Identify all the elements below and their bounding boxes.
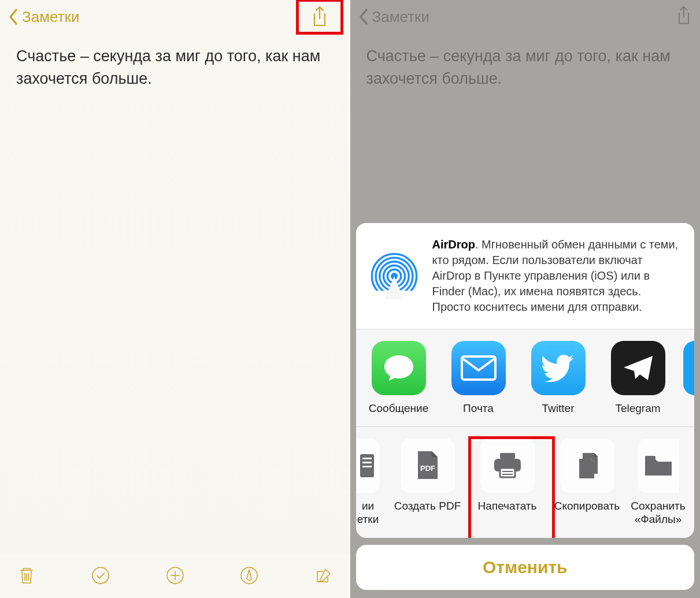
share-app-twitter[interactable]: Twitter: [524, 341, 593, 415]
copy-icon: [560, 439, 614, 493]
add-button[interactable]: [165, 565, 186, 586]
share-button[interactable]: [297, 0, 342, 34]
action-save-files[interactable]: Сохранить«Файлы»: [632, 439, 684, 526]
cancel-label: Отменить: [483, 558, 568, 577]
airdrop-section[interactable]: AirDrop. Мгновенный обмен данными с теми…: [356, 223, 695, 329]
printer-icon: [480, 439, 535, 493]
chevron-left-icon: [8, 8, 18, 25]
svg-rect-13: [362, 462, 372, 463]
share-app-more[interactable]: [683, 341, 695, 395]
share-sheet: AirDrop. Мгновенный обмен данными с теми…: [356, 223, 695, 590]
svg-point-0: [92, 567, 109, 584]
draw-button[interactable]: [239, 565, 260, 586]
pdf-icon: PDF: [401, 439, 455, 493]
note-content-dimmed: Счастье – секунда за миг до того, как на…: [350, 34, 701, 102]
chevron-left-icon: [358, 8, 369, 25]
plus-circle-icon: [165, 566, 185, 585]
action-label: ииетки: [357, 500, 379, 526]
compose-button[interactable]: [313, 565, 334, 586]
share-icon: [311, 6, 328, 28]
svg-rect-10: [462, 356, 495, 380]
share-icon: [676, 6, 692, 25]
action-copy[interactable]: Скопировать: [553, 439, 622, 512]
notes-app-screen: Заметки Счастье – секунда за миг до того…: [0, 0, 350, 598]
back-button-dimmed: Заметки: [358, 8, 429, 26]
action-label: Скопировать: [554, 500, 620, 512]
app-label: Почта: [463, 402, 494, 415]
app-label: Telegram: [615, 402, 660, 415]
twitter-icon: [531, 341, 586, 395]
action-label: Сохранить«Файлы»: [631, 500, 685, 526]
action-print[interactable]: Напечатать: [473, 439, 542, 512]
note-content[interactable]: Счастье – секунда за миг до того, как на…: [0, 34, 350, 553]
telegram-icon: [611, 341, 665, 395]
share-app-telegram[interactable]: Telegram: [603, 341, 673, 415]
share-button-dimmed: [676, 6, 692, 28]
share-sheet-screen: Заметки Счастье – секунда за миг до того…: [350, 0, 701, 598]
airdrop-text: AirDrop. Мгновенный обмен данными с теми…: [432, 237, 683, 315]
action-label: Создать PDF: [394, 500, 461, 512]
share-panel: AirDrop. Мгновенный обмен данными с теми…: [356, 223, 695, 538]
checklist-button[interactable]: [90, 565, 111, 586]
back-label-dimmed: Заметки: [372, 8, 429, 26]
folder-icon: [638, 439, 679, 493]
action-create-pdf[interactable]: PDF Создать PDF: [393, 439, 462, 512]
svg-rect-14: [362, 466, 372, 467]
action-label: Напечатать: [478, 500, 537, 512]
back-button[interactable]: Заметки: [8, 8, 79, 26]
cancel-button[interactable]: Отменить: [356, 545, 695, 590]
delete-button[interactable]: [16, 565, 37, 586]
nav-bar: Заметки: [0, 0, 350, 34]
app-label: Сообщение: [369, 402, 428, 415]
airdrop-icon: [370, 252, 418, 300]
share-app-mail[interactable]: Почта: [444, 341, 513, 415]
action-partial-left[interactable]: ииетки: [356, 439, 383, 526]
app-label: Twitter: [542, 402, 575, 415]
compose-icon: [314, 566, 334, 585]
partial-icon: [357, 439, 380, 493]
trash-icon: [17, 566, 36, 585]
pen-circle-icon: [239, 566, 259, 585]
share-actions-row[interactable]: ииетки PDF Создать PDF Напечатать: [356, 427, 695, 538]
svg-rect-18: [500, 468, 515, 477]
airdrop-title: AirDrop: [432, 238, 475, 251]
check-circle-icon: [91, 566, 110, 585]
share-app-messages[interactable]: Сообщение: [364, 341, 434, 415]
bottom-toolbar: [0, 553, 350, 598]
svg-rect-16: [500, 453, 515, 459]
svg-text:PDF: PDF: [420, 464, 435, 473]
svg-rect-21: [645, 456, 655, 460]
nav-bar-dimmed: Заметки: [350, 0, 701, 34]
share-apps-row[interactable]: Сообщение Почта Twitter: [356, 329, 695, 427]
svg-rect-12: [362, 458, 372, 459]
messages-icon: [372, 341, 426, 395]
back-label: Заметки: [22, 8, 79, 26]
more-app-icon: [683, 341, 695, 395]
mail-icon: [451, 341, 506, 395]
